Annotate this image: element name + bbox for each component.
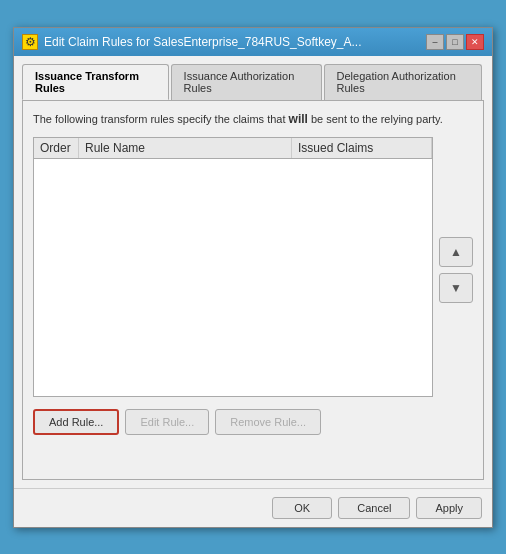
header-issued-claims: Issued Claims: [292, 138, 432, 158]
close-button[interactable]: ✕: [466, 34, 484, 50]
window-content: Issuance Transform Rules Issuance Author…: [14, 56, 492, 488]
tab-issuance-auth[interactable]: Issuance Authorization Rules: [171, 64, 322, 100]
main-window: ⚙ Edit Claim Rules for SalesEnterprise_7…: [13, 27, 493, 528]
title-bar-left: ⚙ Edit Claim Rules for SalesEnterprise_7…: [22, 34, 361, 50]
move-up-button[interactable]: ▲: [439, 237, 473, 267]
rule-action-buttons: Add Rule... Edit Rule... Remove Rule...: [33, 409, 473, 435]
edit-rule-button[interactable]: Edit Rule...: [125, 409, 209, 435]
bottom-buttons: OK Cancel Apply: [14, 488, 492, 527]
remove-rule-button[interactable]: Remove Rule...: [215, 409, 321, 435]
tab-issuance-transform[interactable]: Issuance Transform Rules: [22, 64, 169, 100]
tab-content-area: The following transform rules specify th…: [22, 100, 484, 480]
ok-button[interactable]: OK: [272, 497, 332, 519]
window-title: Edit Claim Rules for SalesEnterprise_784…: [44, 35, 361, 49]
window-icon: ⚙: [22, 34, 38, 50]
rules-table: Order Rule Name Issued Claims: [33, 137, 433, 397]
up-arrow-icon: ▲: [450, 245, 462, 259]
header-order: Order: [34, 138, 79, 158]
add-rule-button[interactable]: Add Rule...: [33, 409, 119, 435]
table-body: [34, 159, 432, 393]
arrow-buttons: ▲ ▼: [439, 237, 473, 303]
minimize-button[interactable]: –: [426, 34, 444, 50]
cancel-button[interactable]: Cancel: [338, 497, 410, 519]
title-bar: ⚙ Edit Claim Rules for SalesEnterprise_7…: [14, 28, 492, 56]
move-down-button[interactable]: ▼: [439, 273, 473, 303]
maximize-button[interactable]: □: [446, 34, 464, 50]
down-arrow-icon: ▼: [450, 281, 462, 295]
tab-delegation-auth[interactable]: Delegation Authorization Rules: [324, 64, 482, 100]
description-text: The following transform rules specify th…: [33, 111, 473, 128]
apply-button[interactable]: Apply: [416, 497, 482, 519]
tabs-bar: Issuance Transform Rules Issuance Author…: [22, 64, 484, 100]
table-wrapper: Order Rule Name Issued Claims ▲ ▼: [33, 137, 473, 397]
description-bold: will: [289, 112, 308, 126]
title-buttons: – □ ✕: [426, 34, 484, 50]
table-header: Order Rule Name Issued Claims: [34, 138, 432, 159]
header-rule-name: Rule Name: [79, 138, 292, 158]
